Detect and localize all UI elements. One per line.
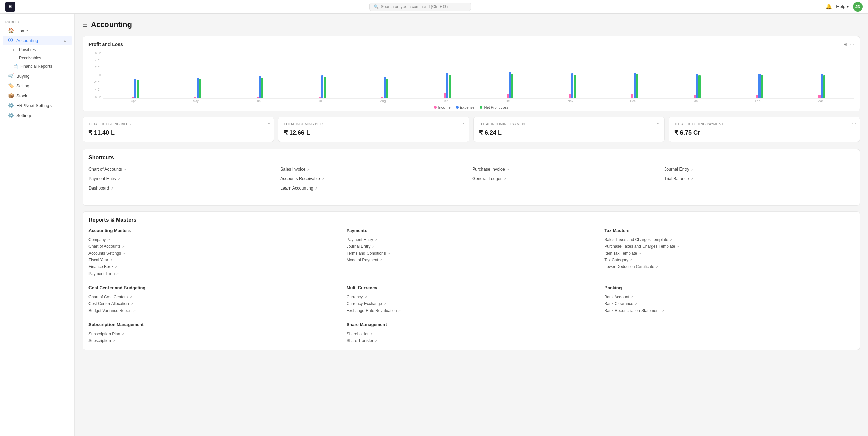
report-group-tax-masters: Tax Masters Sales Taxes and Charges Temp… bbox=[604, 228, 854, 277]
main-content: ☰ Accounting Profit and Loss ⊞ ··· 6 Cr … bbox=[75, 14, 868, 436]
expense-bar bbox=[509, 72, 511, 98]
report-item-bank-account[interactable]: Bank Account ↗ bbox=[604, 294, 854, 300]
report-item-payment-entry[interactable]: Payment Entry ↗ bbox=[347, 236, 596, 243]
sidebar-item-selling[interactable]: 🏷️ Selling bbox=[3, 81, 72, 91]
report-arrow-icon: ↗ bbox=[670, 238, 672, 242]
report-item-currency[interactable]: Currency ↗ bbox=[347, 294, 596, 300]
stats-row: TOTAL OUTGOING BILLS ₹ 11.40 L ··· TOTAL… bbox=[83, 117, 860, 142]
sidebar-item-stock[interactable]: 📦 Stock bbox=[3, 91, 72, 100]
report-arrow-icon: ↗ bbox=[372, 245, 374, 249]
shortcut-general-ledger[interactable]: General Ledger ↗ bbox=[472, 175, 662, 182]
search-box[interactable]: 🔍 Search or type a command (Ctrl + G) bbox=[369, 3, 471, 11]
report-item-chart-cost-centers[interactable]: Chart of Cost Centers ↗ bbox=[88, 294, 338, 300]
report-item-bank-reconciliation[interactable]: Bank Reconciliation Statement ↗ bbox=[604, 307, 854, 314]
report-item-lower-deduction[interactable]: Lower Deduction Certificate ↗ bbox=[604, 263, 854, 270]
app-logo[interactable]: E bbox=[5, 2, 15, 12]
sidebar-item-erpnext-settings[interactable]: ⚙️ ERPNext Settings bbox=[3, 101, 72, 110]
stat-incoming-payment-menu[interactable]: ··· bbox=[657, 120, 661, 126]
report-item-mode-of-payment[interactable]: Mode of Payment ↗ bbox=[347, 257, 596, 263]
sidebar-item-payables[interactable]: ← Payables bbox=[3, 46, 74, 54]
chevron-down-icon: ▾ bbox=[847, 4, 849, 9]
report-item-company[interactable]: Company ↗ bbox=[88, 236, 338, 243]
subscription-title: Subscription Management bbox=[88, 322, 338, 327]
report-item-chart-of-accounts[interactable]: Chart of Accounts ↗ bbox=[88, 243, 338, 250]
report-item-sales-taxes[interactable]: Sales Taxes and Charges Template ↗ bbox=[604, 236, 854, 243]
x-label-apr: Apr ... bbox=[105, 99, 165, 103]
stat-incoming-bills-menu[interactable]: ··· bbox=[461, 120, 466, 126]
report-item-currency-exchange[interactable]: Currency Exchange ↗ bbox=[347, 300, 596, 307]
income-dot bbox=[434, 106, 437, 109]
shortcut-arrow-icon: ↗ bbox=[690, 177, 693, 181]
bar-group-jun bbox=[230, 51, 290, 98]
page-title: Accounting bbox=[91, 20, 132, 29]
help-button[interactable]: Help ▾ bbox=[836, 4, 849, 9]
income-bar bbox=[381, 97, 383, 98]
report-arrow-icon: ↗ bbox=[656, 265, 658, 269]
bar-group-jul bbox=[292, 51, 353, 98]
shortcut-accounts-receivable[interactable]: Accounts Receivable ↗ bbox=[280, 175, 470, 182]
report-item-tax-category[interactable]: Tax Category ↗ bbox=[604, 257, 854, 263]
shortcuts-card: Shortcuts Chart of Accounts ↗ Sales Invo… bbox=[83, 149, 860, 206]
report-item-cost-center-allocation[interactable]: Cost Center Allocation ↗ bbox=[88, 300, 338, 307]
sidebar-item-financial-reports[interactable]: 📄 Financial Reports bbox=[3, 62, 74, 71]
report-item-subscription-plan[interactable]: Subscription Plan ↗ bbox=[88, 331, 338, 337]
report-arrow-icon: ↗ bbox=[115, 265, 117, 269]
sidebar-item-home[interactable]: 🏠 Home bbox=[3, 26, 72, 35]
report-item-share-transfer[interactable]: Share Transfer ↗ bbox=[347, 337, 596, 344]
stat-incoming-payment: TOTAL INCOMING PAYMENT ₹ 6.24 L ··· bbox=[473, 117, 665, 142]
report-arrow-icon: ↗ bbox=[116, 272, 119, 276]
report-item-payment-term[interactable]: Payment Term ↗ bbox=[88, 270, 338, 277]
report-item-subscription[interactable]: Subscription ↗ bbox=[88, 337, 338, 344]
report-item-journal-entry[interactable]: Journal Entry ↗ bbox=[347, 243, 596, 250]
expense-bar bbox=[821, 74, 823, 98]
report-item-budget-variance[interactable]: Budget Variance Report ↗ bbox=[88, 307, 338, 314]
sidebar-selling-label: Selling bbox=[16, 83, 29, 88]
report-item-terms-conditions[interactable]: Terms and Conditions ↗ bbox=[347, 250, 596, 257]
report-item-finance-book[interactable]: Finance Book ↗ bbox=[88, 263, 338, 270]
shortcut-trial-balance[interactable]: Trial Balance ↗ bbox=[664, 175, 854, 182]
y-label-2cr: 2 Cr bbox=[95, 66, 101, 69]
report-item-fiscal-year[interactable]: Fiscal Year ↗ bbox=[88, 257, 338, 263]
svg-point-1 bbox=[10, 39, 11, 41]
report-arrow-icon: ↗ bbox=[130, 302, 133, 306]
user-avatar[interactable]: JD bbox=[853, 2, 863, 12]
shortcut-journal-entry[interactable]: Journal Entry ↗ bbox=[664, 165, 854, 173]
stat-outgoing-bills-menu[interactable]: ··· bbox=[266, 120, 270, 126]
filter-button[interactable]: ⊞ bbox=[843, 42, 847, 47]
x-label-sep: Sep ... bbox=[417, 99, 477, 103]
sidebar-item-receivables[interactable]: → Receivables bbox=[3, 54, 74, 62]
report-arrow-icon: ↗ bbox=[383, 302, 386, 306]
report-item-accounts-settings[interactable]: Accounts Settings ↗ bbox=[88, 250, 338, 257]
shortcut-sales-invoice[interactable]: Sales Invoice ↗ bbox=[280, 165, 470, 173]
report-item-shareholder[interactable]: Shareholder ↗ bbox=[347, 331, 596, 337]
shortcut-purchase-invoice[interactable]: Purchase Invoice ↗ bbox=[472, 165, 662, 173]
sidebar: PUBLIC 🏠 Home Accounting ▴ ← Payables bbox=[0, 14, 75, 436]
legend-income: Income bbox=[434, 105, 450, 110]
shortcut-chart-of-accounts[interactable]: Chart of Accounts ↗ bbox=[88, 165, 278, 173]
report-group-accounting-masters: Accounting Masters Company ↗ Chart of Ac… bbox=[88, 228, 338, 277]
x-label-jan: Jan ... bbox=[667, 99, 727, 103]
report-item-bank-clearance[interactable]: Bank Clearance ↗ bbox=[604, 300, 854, 307]
notifications-bell[interactable]: 🔔 bbox=[825, 3, 832, 10]
sidebar-item-settings[interactable]: ⚙️ Settings bbox=[3, 111, 72, 120]
reports-icon: 📄 bbox=[12, 64, 18, 69]
hamburger-icon[interactable]: ☰ bbox=[83, 22, 87, 28]
accounting-icon bbox=[8, 38, 14, 43]
report-group-share-management: Share Management Shareholder ↗ Share Tra… bbox=[347, 322, 596, 344]
sidebar-item-label: Home bbox=[16, 28, 28, 33]
report-item-item-tax-template[interactable]: Item Tax Template ↗ bbox=[604, 250, 854, 257]
more-button[interactable]: ··· bbox=[850, 42, 854, 47]
report-item-exchange-rate-revaluation[interactable]: Exchange Rate Revaluation ↗ bbox=[347, 307, 596, 314]
shortcut-arrow-icon: ↗ bbox=[123, 167, 126, 171]
report-arrow-icon: ↗ bbox=[631, 295, 633, 299]
expense-bar bbox=[696, 74, 698, 98]
profit-bar bbox=[823, 75, 825, 98]
shortcut-learn-accounting[interactable]: Learn Accounting ↗ bbox=[280, 184, 470, 192]
bar-group-mar bbox=[792, 51, 852, 98]
report-item-purchase-taxes[interactable]: Purchase Taxes and Charges Template ↗ bbox=[604, 243, 854, 250]
shortcut-dashboard[interactable]: Dashboard ↗ bbox=[88, 184, 278, 192]
sidebar-item-accounting[interactable]: Accounting ▴ bbox=[3, 36, 72, 45]
shortcut-payment-entry[interactable]: Payment Entry ↗ bbox=[88, 175, 278, 182]
sidebar-item-buying[interactable]: 🛒 Buying bbox=[3, 71, 72, 81]
stat-outgoing-payment-menu[interactable]: ··· bbox=[852, 120, 856, 126]
